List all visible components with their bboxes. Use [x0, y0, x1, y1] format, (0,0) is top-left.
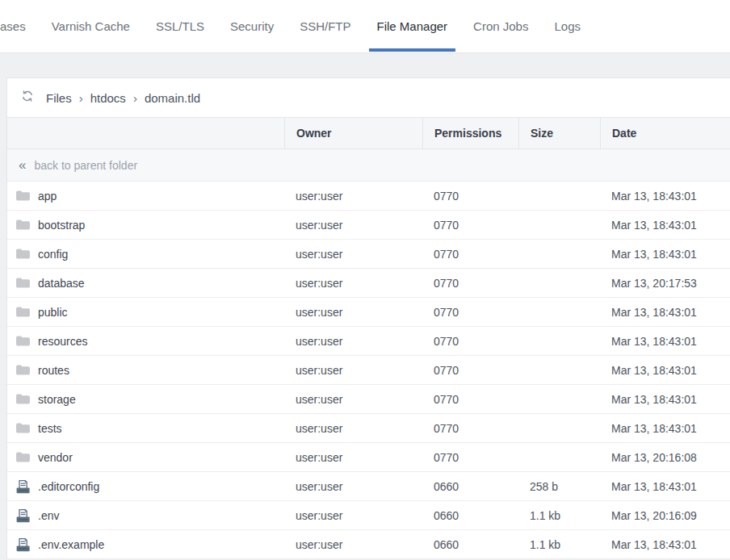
date-cell: Mar 13, 18:43:01: [600, 248, 730, 261]
name-cell[interactable]: tests: [7, 421, 284, 436]
breadcrumb-segment-files[interactable]: Files: [46, 91, 72, 105]
owner-cell: user:user: [284, 422, 422, 435]
breadcrumb-path: Files › htdocs › domain.tld: [46, 91, 200, 105]
owner-cell: user:user: [284, 393, 422, 406]
folder-icon: [15, 392, 31, 407]
table-row[interactable]: app user:user 0770 Mar 13, 18:43:01: [7, 182, 730, 211]
name-cell[interactable]: public: [7, 305, 284, 320]
folder-icon: [15, 218, 31, 232]
permissions-cell: 0770: [422, 277, 518, 290]
entry-name: storage: [38, 393, 76, 406]
top-tab-bar: ases Varnish Cache SSL/TLS Security SSH/…: [0, 0, 730, 53]
owner-cell: user:user: [284, 219, 422, 232]
table-row[interactable]: routes user:user 0770 Mar 13, 18:43:01: [7, 356, 730, 385]
date-cell: Mar 13, 20:16:09: [600, 509, 730, 522]
permissions-cell: 0770: [422, 190, 518, 203]
folder-icon: [15, 247, 31, 261]
column-header-name: [7, 118, 284, 148]
permissions-cell: 0770: [422, 393, 518, 406]
table-row[interactable]: bootstrap user:user 0770 Mar 13, 18:43:0…: [7, 211, 730, 240]
date-cell: Mar 13, 18:43:01: [600, 538, 730, 551]
file-manager-panel: Files › htdocs › domain.tld Owner Permis…: [6, 77, 730, 559]
double-chevron-left-icon: «: [19, 158, 26, 172]
entry-name: resources: [38, 335, 87, 348]
table-row[interactable]: storage user:user 0770 Mar 13, 18:43:01: [7, 385, 730, 414]
owner-cell: user:user: [284, 190, 422, 203]
name-cell[interactable]: vendor: [7, 450, 284, 465]
owner-cell: user:user: [284, 335, 422, 348]
folder-icon: [15, 189, 31, 203]
name-cell[interactable]: storage: [7, 392, 284, 407]
name-cell[interactable]: app: [7, 189, 284, 203]
permissions-cell: 0770: [422, 306, 518, 319]
date-cell: Mar 13, 18:43:01: [600, 480, 730, 493]
column-header-date: Date: [600, 118, 730, 148]
folder-icon: [15, 276, 31, 290]
breadcrumb-separator-icon: ›: [79, 91, 83, 105]
table-row[interactable]: tests user:user 0770 Mar 13, 18:43:01: [7, 414, 730, 443]
date-cell: Mar 13, 18:43:01: [600, 335, 730, 348]
date-cell: Mar 13, 18:43:01: [600, 190, 730, 203]
entry-name: vendor: [38, 451, 73, 464]
nav-tab[interactable]: File Manager: [369, 0, 456, 52]
folder-icon: [15, 421, 31, 436]
file-icon: [15, 537, 31, 552]
breadcrumb: Files › htdocs › domain.tld: [7, 78, 730, 117]
table-row[interactable]: config user:user 0770 Mar 13, 18:43:01: [7, 240, 730, 269]
nav-tab[interactable]: ases: [0, 0, 34, 52]
nav-tab[interactable]: SSH/FTP: [292, 0, 359, 52]
size-cell: 258 b: [518, 480, 600, 493]
entry-name: tests: [38, 422, 62, 435]
breadcrumb-segment-domain[interactable]: domain.tld: [145, 91, 200, 105]
table-row[interactable]: public user:user 0770 Mar 13, 18:43:01: [7, 298, 730, 327]
name-cell[interactable]: routes: [7, 363, 284, 378]
permissions-cell: 0660: [422, 480, 518, 493]
nav-tab[interactable]: Security: [222, 0, 282, 52]
back-to-parent-row[interactable]: « back to parent folder: [7, 149, 730, 182]
entry-name: public: [38, 306, 68, 319]
refresh-button[interactable]: [16, 86, 39, 109]
owner-cell: user:user: [284, 451, 422, 464]
folder-icon: [15, 363, 31, 378]
name-cell[interactable]: .editorconfig: [7, 479, 284, 494]
back-to-parent-label: back to parent folder: [34, 159, 137, 172]
name-cell[interactable]: .env: [7, 508, 284, 523]
table-row[interactable]: .env user:user 0660 1.1 kb Mar 13, 20:16…: [7, 501, 730, 530]
nav-tab[interactable]: Cron Jobs: [465, 0, 536, 52]
table-row[interactable]: database user:user 0770 Mar 13, 20:17:53: [7, 269, 730, 298]
owner-cell: user:user: [284, 538, 422, 551]
date-cell: Mar 13, 18:43:01: [600, 393, 730, 406]
name-cell[interactable]: resources: [7, 334, 284, 349]
owner-cell: user:user: [284, 306, 422, 319]
table-row[interactable]: resources user:user 0770 Mar 13, 18:43:0…: [7, 327, 730, 356]
breadcrumb-segment-htdocs[interactable]: htdocs: [90, 91, 126, 105]
entry-name: .editorconfig: [38, 480, 99, 493]
name-cell[interactable]: database: [7, 276, 284, 290]
table-row[interactable]: .editorconfig user:user 0660 258 b Mar 1…: [7, 472, 730, 501]
permissions-cell: 0770: [422, 422, 518, 435]
entry-name: database: [38, 277, 85, 290]
file-list: app user:user 0770 Mar 13, 18:43:01: [7, 182, 730, 559]
table-row[interactable]: vendor user:user 0770 Mar 13, 20:16:08: [7, 443, 730, 472]
date-cell: Mar 13, 18:43:01: [600, 422, 730, 435]
table-row[interactable]: .env.example user:user 0660 1.1 kb Mar 1…: [7, 530, 730, 559]
folder-icon: [15, 450, 31, 465]
nav-tab[interactable]: Varnish Cache: [44, 0, 138, 52]
nav-tab[interactable]: SSL/TLS: [148, 0, 212, 52]
name-cell[interactable]: bootstrap: [7, 218, 284, 232]
owner-cell: user:user: [284, 480, 422, 493]
permissions-cell: 0770: [422, 248, 518, 261]
date-cell: Mar 13, 18:43:01: [600, 364, 730, 377]
date-cell: Mar 13, 18:43:01: [600, 306, 730, 319]
permissions-cell: 0770: [422, 219, 518, 232]
owner-cell: user:user: [284, 277, 422, 290]
entry-name: .env.example: [38, 538, 104, 551]
name-cell[interactable]: config: [7, 247, 284, 261]
owner-cell: user:user: [284, 509, 422, 522]
owner-cell: user:user: [284, 248, 422, 261]
size-cell: 1.1 kb: [518, 509, 600, 522]
nav-tab[interactable]: Logs: [546, 0, 589, 52]
name-cell[interactable]: .env.example: [7, 537, 284, 552]
file-icon: [15, 479, 31, 494]
folder-icon: [15, 305, 31, 320]
